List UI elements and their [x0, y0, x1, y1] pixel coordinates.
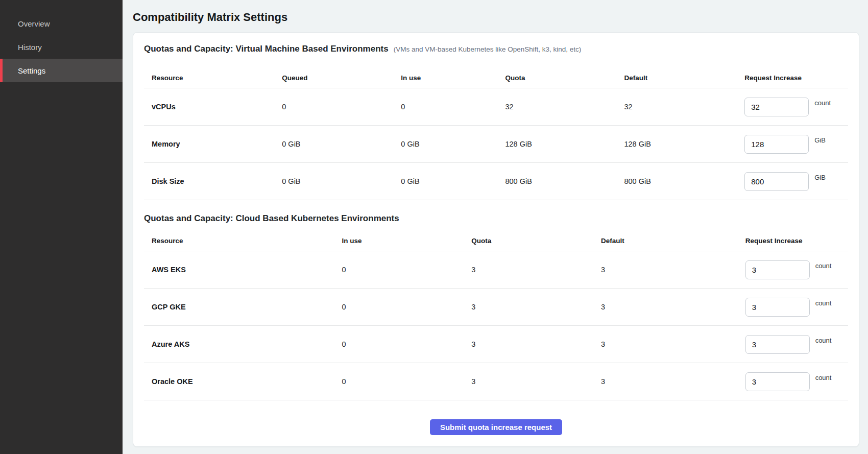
column-header-default: Default — [624, 74, 744, 82]
unit-label: count — [815, 337, 832, 344]
request-increase-input-azure-aks[interactable] — [745, 335, 810, 354]
request-increase-input-vcpus[interactable] — [744, 98, 809, 116]
column-header-resource: Resource — [144, 237, 342, 245]
unit-label: GiB — [814, 136, 826, 144]
column-header-in-use: In use — [401, 74, 505, 82]
table-row-disk-size: Disk Size 0 GiB 0 GiB 800 GiB 800 GiB Gi… — [144, 163, 848, 200]
request-increase-input-gcp-gke[interactable] — [745, 298, 810, 317]
card-footer: Submit quota increase request — [144, 400, 848, 435]
quota-value: 3 — [471, 377, 601, 386]
column-header-default: Default — [601, 237, 745, 245]
request-increase-cell: count — [745, 298, 848, 317]
main-content: Compatibility Matrix Settings Quotas and… — [123, 0, 868, 454]
column-header-in-use: In use — [342, 237, 471, 245]
queued-value: 0 GiB — [282, 140, 401, 148]
quota-value: 3 — [471, 303, 601, 311]
default-value: 3 — [601, 377, 745, 386]
resource-label: Azure AKS — [144, 340, 342, 348]
in-use-value: 0 — [342, 377, 471, 386]
unit-label: count — [815, 374, 832, 381]
vm-table-header: Resource Queued In use Quota Default Req… — [144, 68, 848, 88]
cloud-section-title: Quotas and Capacity: Cloud Based Kuberne… — [144, 212, 399, 225]
resource-label: Oracle OKE — [144, 377, 342, 386]
column-header-request-increase: Request Increase — [745, 237, 848, 245]
default-value: 3 — [601, 303, 745, 311]
column-header-quota: Quota — [471, 237, 601, 245]
resource-label: GCP GKE — [144, 303, 342, 311]
vm-section-title: Quotas and Capacity: Virtual Machine Bas… — [144, 43, 389, 55]
in-use-value: 0 GiB — [401, 177, 505, 185]
submit-quota-increase-button[interactable]: Submit quota increase request — [430, 419, 562, 435]
in-use-value: 0 — [342, 340, 471, 348]
quota-value: 3 — [471, 340, 601, 348]
request-increase-cell: count — [744, 98, 848, 116]
default-value: 3 — [601, 266, 745, 274]
queued-value: 0 — [282, 103, 401, 111]
quota-settings-card: Quotas and Capacity: Virtual Machine Bas… — [133, 32, 859, 447]
vm-section-subtitle: (VMs and VM-based Kubernetes like OpenSh… — [394, 43, 582, 56]
table-row-aws-eks: AWS EKS 0 3 3 count — [144, 251, 848, 289]
in-use-value: 0 GiB — [401, 140, 505, 148]
sidebar-item-history[interactable]: History — [0, 35, 123, 59]
cloud-section-header: Quotas and Capacity: Cloud Based Kuberne… — [144, 200, 848, 225]
unit-label: count — [814, 99, 831, 107]
in-use-value: 0 — [342, 266, 471, 274]
app-window: Overview History Settings Compatibility … — [0, 0, 868, 454]
resource-label: vCPUs — [144, 103, 282, 111]
sidebar: Overview History Settings — [0, 0, 123, 454]
request-increase-cell: count — [745, 335, 848, 354]
request-increase-input-disk-size[interactable] — [744, 172, 809, 191]
quota-value: 800 GiB — [505, 177, 624, 185]
column-header-queued: Queued — [282, 74, 401, 82]
resource-label: Disk Size — [144, 177, 282, 185]
default-value: 3 — [601, 340, 745, 348]
table-row-oracle-oke: Oracle OKE 0 3 3 count — [144, 363, 848, 400]
cloud-table-header: Resource In use Quota Default Request In… — [144, 231, 848, 251]
request-increase-input-aws-eks[interactable] — [745, 260, 810, 279]
queued-value: 0 GiB — [282, 177, 401, 185]
sidebar-item-settings[interactable]: Settings — [0, 59, 123, 82]
default-value: 128 GiB — [624, 140, 744, 148]
column-header-quota: Quota — [505, 74, 624, 82]
resource-label: AWS EKS — [144, 266, 342, 274]
request-increase-cell: GiB — [744, 172, 848, 191]
table-row-azure-aks: Azure AKS 0 3 3 count — [144, 326, 848, 363]
unit-label: count — [815, 299, 832, 307]
quota-value: 32 — [505, 103, 624, 111]
quota-value: 128 GiB — [505, 140, 624, 148]
resource-label: Memory — [144, 140, 282, 148]
request-increase-cell: GiB — [744, 135, 848, 154]
table-row-memory: Memory 0 GiB 0 GiB 128 GiB 128 GiB GiB — [144, 126, 848, 163]
in-use-value: 0 — [342, 303, 471, 311]
default-value: 800 GiB — [624, 177, 744, 185]
table-row-gcp-gke: GCP GKE 0 3 3 count — [144, 289, 848, 326]
unit-label: GiB — [814, 174, 826, 181]
column-header-request-increase: Request Increase — [744, 74, 848, 82]
sidebar-item-overview[interactable]: Overview — [0, 12, 123, 35]
request-increase-cell: count — [745, 260, 848, 279]
in-use-value: 0 — [401, 103, 505, 111]
quota-value: 3 — [471, 266, 601, 274]
request-increase-input-memory[interactable] — [744, 135, 809, 154]
request-increase-cell: count — [745, 372, 848, 391]
page-title: Compatibility Matrix Settings — [133, 9, 859, 26]
default-value: 32 — [624, 103, 744, 111]
table-row-vcpus: vCPUs 0 0 32 32 count — [144, 88, 848, 126]
unit-label: count — [815, 262, 832, 270]
vm-section-header: Quotas and Capacity: Virtual Machine Bas… — [144, 33, 848, 56]
request-increase-input-oracle-oke[interactable] — [745, 372, 810, 391]
column-header-resource: Resource — [144, 74, 282, 82]
